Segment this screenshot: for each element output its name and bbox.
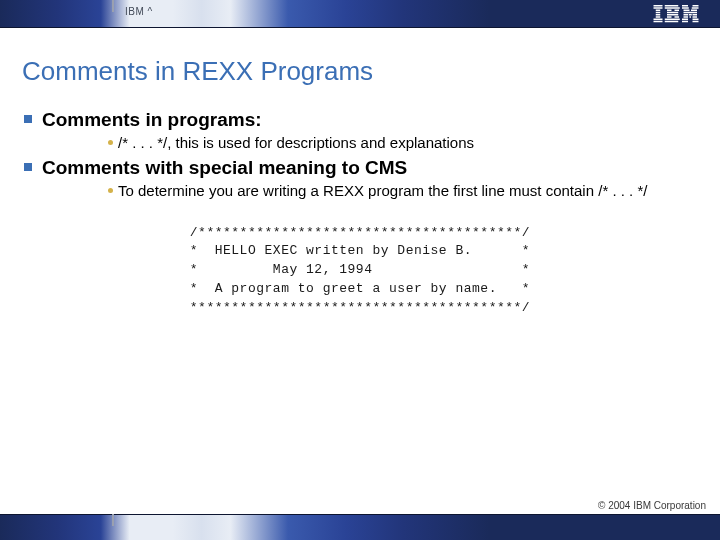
svg-rect-19 xyxy=(693,5,699,7)
svg-rect-34 xyxy=(693,21,699,23)
svg-rect-13 xyxy=(667,14,678,16)
svg-rect-32 xyxy=(693,19,699,21)
svg-rect-6 xyxy=(654,19,663,21)
dot-bullet-icon xyxy=(108,140,113,145)
svg-rect-0 xyxy=(654,5,663,7)
square-bullet-icon xyxy=(24,115,32,123)
svg-rect-25 xyxy=(684,14,689,16)
svg-rect-23 xyxy=(691,10,697,12)
bullet-text: Comments with special meaning to CMS xyxy=(42,157,407,179)
svg-rect-17 xyxy=(665,21,679,23)
svg-rect-29 xyxy=(690,16,692,18)
svg-rect-3 xyxy=(656,12,661,14)
svg-rect-5 xyxy=(656,16,661,18)
footer-tick-mark xyxy=(112,514,114,526)
footer-bar xyxy=(0,514,720,540)
svg-rect-2 xyxy=(656,10,661,12)
svg-rect-28 xyxy=(684,16,689,18)
copyright-text: © 2004 IBM Corporation xyxy=(598,500,706,511)
svg-rect-18 xyxy=(682,5,688,7)
svg-rect-10 xyxy=(667,10,672,12)
svg-rect-30 xyxy=(693,16,698,18)
header-bar: IBM ^ xyxy=(0,0,720,28)
code-sample: /***************************************… xyxy=(190,224,530,318)
bullet-item: Comments with special meaning to CMS xyxy=(24,157,696,179)
svg-rect-31 xyxy=(682,19,688,21)
page-title: Comments in REXX Programs xyxy=(0,28,720,109)
square-bullet-icon xyxy=(24,163,32,171)
svg-rect-27 xyxy=(693,14,698,16)
bullet-text: Comments in programs: xyxy=(42,109,262,131)
brand-label: IBM ^ xyxy=(125,6,153,17)
sub-bullet-text: To determine you are writing a REXX prog… xyxy=(118,181,667,201)
dot-bullet-icon xyxy=(108,188,113,193)
svg-rect-22 xyxy=(684,10,690,12)
content-area: Comments in programs: /* . . . */, this … xyxy=(0,109,720,318)
header-tick-mark xyxy=(112,0,114,12)
svg-rect-11 xyxy=(675,10,680,12)
svg-rect-21 xyxy=(692,7,699,9)
svg-rect-16 xyxy=(665,19,680,21)
sub-bullet-item: To determine you are writing a REXX prog… xyxy=(24,181,696,201)
sub-bullet-text: /* . . . */, this is used for descriptio… xyxy=(118,133,494,153)
svg-rect-20 xyxy=(682,7,689,9)
svg-rect-4 xyxy=(656,14,661,16)
svg-rect-8 xyxy=(665,5,679,7)
svg-rect-14 xyxy=(667,16,672,18)
ibm-logo-icon xyxy=(652,5,700,23)
svg-rect-7 xyxy=(654,21,663,23)
bullet-item: Comments in programs: xyxy=(24,109,696,131)
svg-rect-1 xyxy=(654,7,663,9)
svg-rect-9 xyxy=(665,7,680,9)
svg-rect-24 xyxy=(684,12,698,14)
sub-bullet-item: /* . . . */, this is used for descriptio… xyxy=(24,133,696,153)
svg-rect-26 xyxy=(689,14,692,16)
svg-rect-33 xyxy=(682,21,688,23)
svg-rect-12 xyxy=(667,12,678,14)
svg-rect-15 xyxy=(675,16,680,18)
